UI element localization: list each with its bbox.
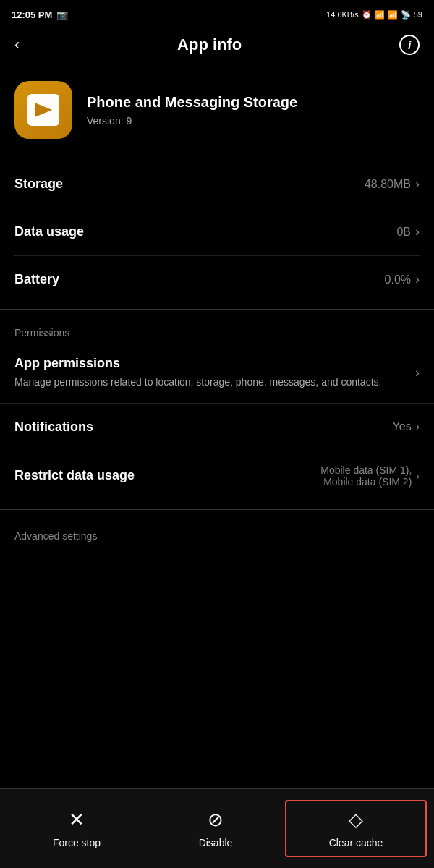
advanced-settings-label: Advanced settings — [0, 516, 434, 548]
page-title: App info — [177, 35, 242, 54]
app-icon-inner — [27, 94, 59, 126]
disable-label: Disable — [199, 837, 233, 848]
restrict-data-label: Restrict data usage — [14, 468, 135, 483]
notifications-chevron: › — [416, 420, 420, 433]
notifications-status: Yes — [393, 420, 412, 433]
signal-icon-2: 📶 — [388, 10, 398, 20]
app-permissions-title: App permissions — [14, 356, 404, 371]
battery-row[interactable]: Battery 0.0% › — [14, 256, 420, 303]
storage-row[interactable]: Storage 48.80MB › — [14, 161, 420, 208]
page-header: ‹ App info i — [0, 26, 434, 67]
storage-label: Storage — [14, 176, 63, 192]
restrict-data-row[interactable]: Restrict data usage Mobile data (SIM 1),… — [0, 451, 434, 501]
force-stop-label: Force stop — [53, 837, 101, 848]
alarm-icon: ⏰ — [362, 10, 372, 20]
storage-value: 48.80MB › — [365, 176, 420, 192]
restrict-data-detail: Mobile data (SIM 1),Mobile data (SIM 2) — [320, 464, 412, 488]
battery-amount: 0.0% — [385, 273, 411, 286]
signal-icon-1: 📶 — [375, 10, 385, 20]
status-bar: 12:05 PM 📷 14.6KB/s ⏰ 📶 📶 📡 59 — [0, 0, 434, 26]
back-button[interactable]: ‹ — [14, 35, 20, 54]
app-text-info: Phone and Messaging Storage Version: 9 — [87, 93, 297, 127]
bottom-action-bar: ✕ Force stop ⊘ Disable ◇ Clear cache — [0, 788, 434, 868]
time-label: 12:05 PM — [12, 9, 52, 20]
storage-chevron: › — [415, 176, 420, 192]
app-name: Phone and Messaging Storage — [87, 93, 297, 111]
battery-value: 0.0% › — [385, 272, 420, 287]
app-permissions-row[interactable]: App permissions Manage permissions relat… — [0, 343, 434, 403]
clear-cache-label: Clear cache — [329, 837, 383, 848]
clear-cache-icon: ◇ — [349, 809, 363, 831]
app-permissions-chevron: › — [415, 365, 420, 380]
app-info-section: Phone and Messaging Storage Version: 9 — [0, 67, 434, 161]
app-permissions-desc: Manage permissions related to location, … — [14, 375, 404, 390]
battery-label: Battery — [14, 272, 59, 287]
data-usage-amount: 0B — [396, 226, 411, 239]
status-icons: 14.6KB/s ⏰ 📶 📶 📡 59 — [326, 10, 422, 20]
app-version: Version: 9 — [87, 115, 297, 127]
settings-list: Storage 48.80MB › Data usage 0B › Batter… — [0, 161, 434, 303]
clear-cache-button[interactable]: ◇ Clear cache — [285, 800, 427, 857]
restrict-data-value: Mobile data (SIM 1),Mobile data (SIM 2) … — [320, 464, 420, 488]
divider-1 — [0, 309, 434, 310]
force-stop-button[interactable]: ✕ Force stop — [7, 801, 146, 856]
info-button[interactable]: i — [399, 35, 420, 55]
battery-chevron: › — [415, 272, 420, 287]
app-icon — [14, 81, 72, 139]
data-usage-chevron: › — [415, 224, 420, 239]
notifications-value: Yes › — [393, 420, 420, 433]
app-logo-svg — [27, 94, 59, 126]
data-usage-label: Data usage — [14, 224, 84, 239]
camera-icon: 📷 — [56, 9, 68, 20]
divider-2 — [0, 509, 434, 510]
wifi-icon: 📡 — [401, 10, 411, 20]
disable-button[interactable]: ⊘ Disable — [146, 801, 285, 856]
storage-amount: 48.80MB — [365, 178, 411, 191]
status-time: 12:05 PM 📷 — [12, 9, 68, 20]
network-speed: 14.6KB/s — [326, 10, 359, 19]
data-usage-row[interactable]: Data usage 0B › — [14, 208, 420, 256]
permissions-section-label: Permissions — [0, 315, 434, 343]
app-permissions-content: App permissions Manage permissions relat… — [14, 356, 415, 390]
notifications-label: Notifications — [14, 420, 93, 435]
restrict-data-chevron: › — [416, 470, 420, 482]
battery-label: 59 — [414, 10, 422, 19]
notifications-row[interactable]: Notifications Yes › — [0, 403, 434, 451]
data-usage-value: 0B › — [396, 224, 420, 239]
force-stop-icon: ✕ — [69, 809, 85, 831]
disable-icon: ⊘ — [208, 809, 224, 831]
